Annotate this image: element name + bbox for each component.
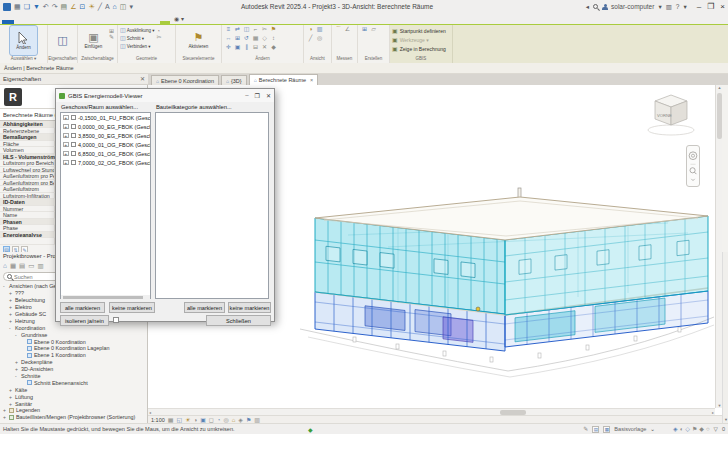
tree-item[interactable]: + Deckenpläne [0,359,147,366]
override-icon[interactable]: ▥ [315,26,324,35]
ribbon-tab[interactable] [160,21,170,24]
levels-hscrollbar[interactable] [61,295,150,299]
constraints-icon[interactable]: ⚑ [246,417,251,423]
redo-icon[interactable]: ↷ [52,3,58,10]
qat-customize-icon[interactable]: ▾ [129,3,133,10]
window-menu-icon[interactable]: ▦ [14,3,21,10]
browser-grid-icon[interactable]: ▦ [10,263,16,269]
tree-item[interactable]: Ebene 1 Koordination [0,352,147,359]
start-point-marker[interactable] [476,307,480,311]
visual-style-icon[interactable]: ◱ [176,417,182,423]
scale-icon[interactable]: ◇ [260,35,269,44]
browser-sheet-icon[interactable]: ▭ [28,263,34,269]
app-icon[interactable] [3,3,11,11]
select-pinned-icon[interactable]: ⚑ [692,426,697,432]
level-checkbox[interactable] [71,115,77,121]
ribbon-tab[interactable] [124,21,134,24]
reveal-hidden-icon[interactable]: ◎ [223,417,228,423]
viewcube[interactable]: VORNE [645,93,697,139]
account-name[interactable]: solar-computer [611,3,654,10]
tree-item[interactable]: + Legenden [0,407,147,414]
navigation-bar[interactable] [686,145,700,187]
worksets-panel-icon[interactable]: ▤ [592,426,599,433]
crop-region-icon[interactable]: ◻ [209,417,214,423]
store-icon[interactable]: ▥ [666,3,672,11]
view-tab[interactable]: ⌂ Ebene 0 Koordination × [151,75,219,85]
ribbon-tab[interactable] [114,21,124,24]
wall-joins-icon[interactable]: ⊟ [251,44,260,53]
select-by-face-icon[interactable]: ◆ [699,426,704,432]
save-icon[interactable]: ▼ [33,3,40,10]
level-item[interactable]: + 4,0000_01_OG_FBOK (Geschossniveau + 4m… [61,140,150,149]
geometry-item[interactable]: ◫ Schnitt ▾ [120,34,154,42]
ribbon-tab[interactable] [64,21,74,24]
ribbon-tab[interactable] [74,21,84,24]
level-checkbox[interactable] [71,160,77,166]
array-icon[interactable]: ▦ [251,35,260,44]
ribbon-tab[interactable] [54,21,64,24]
edit-family-icon[interactable]: ◐ [680,426,684,432]
design-options-panel-icon[interactable]: ▦ [603,426,610,433]
shadows-icon[interactable]: ◑ [194,417,198,423]
close-button[interactable]: × [720,2,725,11]
view-tab-close-icon[interactable]: × [310,77,313,83]
tree-item[interactable]: + Sanitär [0,400,147,407]
expand-icon[interactable]: + [63,142,69,148]
rotate-icon[interactable]: ↺ [242,35,251,44]
paste-button[interactable]: ▣ Einfügen [80,26,107,55]
ribbon-tab[interactable] [34,21,44,24]
level-item[interactable]: + -0,1500_01_FU_FBOK (Geschossniveau + -… [61,113,150,122]
categories-select-all-button[interactable]: alle markieren [184,302,225,313]
chevron-down-icon[interactable]: ⌄ [650,426,655,432]
ruler-icon[interactable]: ⌒ [334,26,343,35]
minimize-button[interactable]: – [697,2,701,11]
scale-button[interactable]: 1:100 [151,417,165,423]
demolish-icon[interactable]: ✂ [156,34,161,40]
dialog-minimize-icon[interactable]: – [245,92,248,99]
restore-button[interactable]: ❐ [707,2,714,11]
tree-item[interactable]: Schnitt Ebenenansicht [0,379,147,386]
section-icon[interactable]: ◫ [120,3,127,10]
level-item[interactable]: + 3,8500_00_EG_FBOK (Geschossniveau + 3,… [61,131,150,140]
tree-item[interactable]: + Lüftung [0,393,147,400]
view-tab[interactable]: ⌂ Berechnete Räume × [249,74,319,85]
copy-element-icon[interactable]: ⊞ [233,35,242,44]
tree-item[interactable]: Ebene 0 Koordination [0,338,147,345]
default-3d-view-icon[interactable]: ⌂ [113,3,117,10]
collapse-arrow-icon[interactable]: ◂ [586,3,589,11]
ribbon-tab[interactable] [94,21,104,24]
home-icon[interactable]: ⌂ [3,263,7,269]
open-icon[interactable]: ❏ [24,3,30,10]
measure-icon[interactable]: ∠ [70,3,76,10]
join-icon[interactable]: ∥ [242,44,251,53]
isolate-button[interactable]: isolieren ja/nein [60,315,109,326]
level-checkbox[interactable] [71,124,77,130]
level-item[interactable]: + 6,8500_01_OG_FBOK (Geschossniveau + 6,… [61,149,150,158]
filter-icon[interactable]: ▽ [714,426,718,432]
tree-item[interactable]: - Grundrisse [0,331,147,338]
tree-item[interactable]: - Schnitte [0,373,147,380]
gbis-ribbon-button[interactable]: ▣ Startpunkt definieren [392,27,446,35]
dimension-icon[interactable]: ∠ [343,26,352,35]
move-icon[interactable]: ↔ [224,35,233,44]
exclude-options-icon[interactable]: ◈ [673,426,678,432]
pin-element-icon[interactable]: ⚑ [269,26,278,35]
properties-button[interactable]: ◫ [50,26,75,55]
offset-icon[interactable]: ⇄ [233,26,242,35]
sun-path-icon[interactable]: ☀ [185,417,190,423]
level-checkbox[interactable] [71,142,77,148]
level-checkbox[interactable] [71,151,77,157]
create-similar-icon[interactable]: ▱ [369,26,378,35]
design-options-icon[interactable]: ✎ [583,426,588,432]
geometry-item[interactable]: ◫ Ausklinkung ▾ [120,26,154,34]
account-dropdown-icon[interactable]: ▾ [658,3,661,11]
dialog-maximize-icon[interactable]: ❐ [255,92,260,99]
ribbon-tab[interactable] [144,21,154,24]
expand-icon[interactable]: + [63,124,69,130]
select-underlay-icon[interactable]: ◇ [685,426,690,432]
expand-icon[interactable]: + [63,133,69,139]
expand-icon[interactable]: + [63,151,69,157]
level-item[interactable]: + 0,0000_00_EG_FBOK (Geschossniveau + 0m… [61,122,150,131]
create-group-icon[interactable]: ⊞ [360,26,369,35]
tree-item[interactable]: + Bauteillisten/Mengen (Projektbrowser (… [0,414,147,421]
